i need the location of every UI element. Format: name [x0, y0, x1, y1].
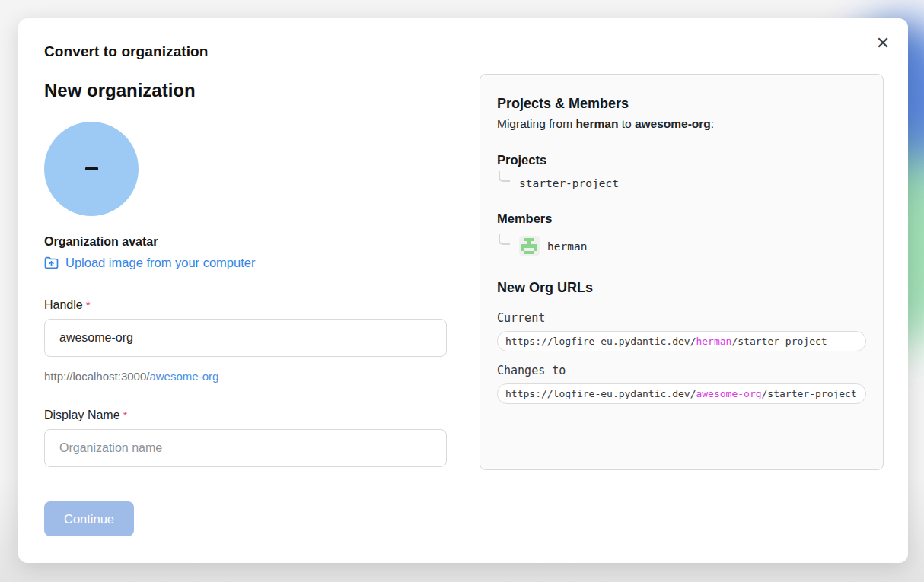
handle-label: Handle* [44, 298, 447, 312]
url-suffix: /starter-project [731, 336, 827, 347]
panel-heading: Projects & Members [497, 96, 866, 112]
projects-heading: Projects [497, 153, 866, 167]
upload-image-link[interactable]: Upload image from your computer [44, 256, 255, 270]
required-asterisk: * [86, 298, 91, 311]
member-list-item: herman [497, 236, 866, 256]
continue-button[interactable]: Continue [44, 501, 134, 536]
dialog-title: Convert to organization [44, 43, 883, 60]
dialog-body: New organization Organization avatar Upl… [44, 74, 883, 536]
migration-from: herman [575, 117, 618, 130]
minus-icon [85, 167, 98, 170]
changes-to-url-label: Changes to [497, 364, 866, 377]
member-name: herman [547, 240, 587, 253]
url-handle-highlight: herman [696, 336, 731, 347]
display-name-label: Display Name* [44, 409, 447, 422]
members-heading: Members [497, 211, 866, 226]
folder-upload-icon [44, 256, 59, 269]
member-identicon [519, 236, 540, 256]
projects-members-panel: Projects & Members Migrating from herman… [480, 74, 884, 470]
display-name-input[interactable] [44, 429, 447, 467]
project-list-item: starter-project [497, 177, 866, 189]
required-asterisk: * [123, 409, 128, 421]
url-prefix: https://logfire-eu.pydantic.dev/ [505, 336, 696, 347]
changes-to-url-field[interactable]: https://logfire-eu.pydantic.dev/awesome-… [497, 383, 866, 404]
new-organization-form: New organization Organization avatar Upl… [44, 74, 447, 536]
current-url-field[interactable]: https://logfire-eu.pydantic.dev/herman/s… [497, 331, 866, 351]
handle-url-handle: awesome-org [149, 370, 218, 383]
tree-branch-icon [499, 234, 510, 245]
url-suffix: /starter-project [762, 388, 857, 399]
current-url-label: Current [497, 311, 866, 325]
handle-url-prefix: http://localhost:3000/ [44, 370, 149, 383]
handle-url-preview: http://localhost:3000/awesome-org [44, 370, 447, 383]
avatar-label: Organization avatar [44, 235, 447, 249]
convert-to-organization-dialog: ✕ Convert to organization New organizati… [18, 18, 908, 563]
migration-to: awesome-org [635, 117, 711, 130]
new-org-urls-heading: New Org URLs [497, 280, 866, 296]
tree-branch-icon [499, 171, 510, 182]
migration-note: Migrating from herman to awesome-org: [497, 117, 866, 131]
handle-input[interactable] [44, 319, 447, 357]
close-icon: ✕ [876, 33, 890, 52]
upload-image-label: Upload image from your computer [65, 256, 255, 270]
url-prefix: https://logfire-eu.pydantic.dev/ [505, 388, 696, 399]
form-heading: New organization [44, 80, 447, 101]
organization-avatar [44, 122, 139, 216]
project-name: starter-project [519, 177, 619, 189]
close-button[interactable]: ✕ [870, 30, 896, 56]
url-handle-highlight: awesome-org [696, 388, 761, 399]
